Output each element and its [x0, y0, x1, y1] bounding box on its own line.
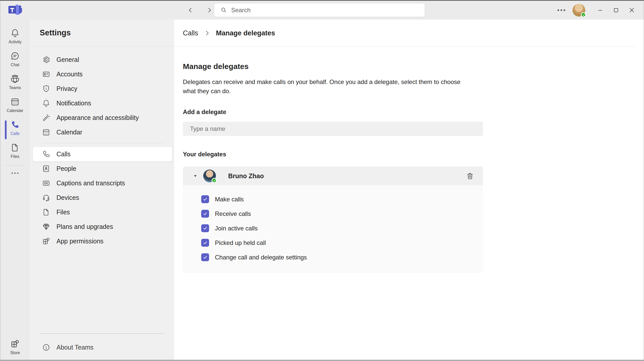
file-icon — [10, 143, 20, 152]
settings-item-devices[interactable]: Devices — [30, 190, 174, 205]
rail-label: Teams — [9, 86, 21, 90]
permission-label: Picked up held call — [215, 239, 266, 246]
gear-icon — [42, 55, 50, 64]
close-icon — [628, 7, 635, 13]
settings-item-calls[interactable]: Calls — [33, 147, 172, 161]
rail-item-activity[interactable]: Activity — [0, 26, 30, 46]
headset-icon — [42, 193, 50, 202]
rail-label: Activity — [9, 40, 22, 44]
rail-more-apps-button[interactable] — [11, 171, 19, 177]
user-avatar[interactable] — [573, 4, 585, 17]
settings-item-label: App permissions — [56, 238, 104, 245]
chevron-right-icon — [204, 30, 210, 36]
search-icon — [220, 7, 227, 13]
delete-delegate-button[interactable] — [466, 172, 474, 180]
settings-item-label: Files — [56, 209, 70, 216]
rail-item-calls[interactable]: Calls — [0, 117, 30, 138]
teams-people-icon — [10, 74, 20, 84]
permission-change-settings[interactable]: Change call and delegate settings — [183, 250, 483, 265]
page-title: Manage delegates — [183, 62, 644, 71]
settings-item-label: Accounts — [56, 71, 83, 78]
rail-item-files[interactable]: Files — [0, 140, 30, 161]
close-button[interactable] — [624, 1, 640, 20]
rail-label: Chat — [11, 63, 19, 67]
bell-icon — [10, 28, 20, 38]
rail-item-calendar[interactable]: Calendar — [0, 94, 30, 115]
settings-item-label: Privacy — [56, 85, 77, 92]
search-input[interactable]: Search — [214, 3, 425, 17]
breadcrumb-calls-link[interactable]: Calls — [183, 29, 198, 37]
permission-picked-up-held-call[interactable]: Picked up held call — [183, 235, 483, 250]
minimize-button[interactable] — [592, 1, 608, 20]
rail-item-store[interactable]: Store — [0, 337, 30, 357]
rail-item-chat[interactable]: Chat — [0, 49, 30, 69]
store-icon — [10, 339, 20, 349]
collapse-expander-button[interactable] — [192, 173, 199, 179]
back-button[interactable] — [185, 5, 196, 15]
settings-item-accounts[interactable]: Accounts — [30, 67, 174, 81]
settings-sidebar: Settings General Accounts Privacy — [30, 20, 174, 360]
permission-receive-calls[interactable]: Receive calls — [183, 206, 483, 221]
teams-logo-icon — [7, 3, 22, 17]
settings-item-people[interactable]: People — [30, 161, 174, 176]
phone-icon — [10, 120, 20, 130]
permission-label: Receive calls — [215, 210, 251, 217]
title-bar: Search — [0, 1, 644, 20]
settings-item-calendar[interactable]: Calendar — [30, 125, 174, 140]
permission-label: Join active calls — [215, 225, 258, 232]
checkbox-checked[interactable] — [201, 239, 209, 247]
check-icon — [203, 226, 208, 231]
settings-item-label: Plans and upgrades — [56, 223, 113, 230]
settings-item-appearance[interactable]: Appearance and accessibility — [30, 110, 174, 125]
checkbox-checked[interactable] — [201, 224, 209, 232]
settings-header: Settings — [30, 20, 174, 46]
delegate-avatar — [203, 170, 216, 182]
settings-item-label: Devices — [56, 194, 79, 201]
check-icon — [203, 240, 208, 245]
settings-item-label: People — [56, 165, 76, 172]
diamond-icon — [42, 223, 50, 231]
delegate-card: Bruno Zhao Make calls — [183, 166, 483, 273]
checkbox-checked[interactable] — [201, 210, 209, 218]
about-teams-button[interactable]: About Teams — [30, 338, 174, 356]
rail-label: Calls — [10, 131, 20, 136]
back-arrow-icon — [187, 7, 194, 13]
checkbox-checked[interactable] — [201, 195, 209, 203]
delegate-row-header[interactable]: Bruno Zhao — [183, 166, 483, 185]
settings-item-captions[interactable]: Captions and transcripts — [30, 176, 174, 190]
your-delegates-label: Your delegates — [183, 151, 644, 158]
minimize-icon — [597, 7, 604, 13]
contact-book-icon — [42, 164, 50, 173]
check-icon — [203, 211, 208, 216]
settings-title: Settings — [40, 28, 71, 37]
rail-item-teams[interactable]: Teams — [0, 72, 30, 92]
forward-button[interactable] — [204, 5, 214, 15]
file-icon — [42, 208, 50, 216]
page-description: Delegates can receive and make calls on … — [183, 77, 474, 96]
add-delegate-label: Add a delegate — [183, 108, 644, 116]
about-teams-label: About Teams — [56, 344, 93, 351]
permission-make-calls[interactable]: Make calls — [183, 192, 483, 206]
settings-nav: General Accounts Privacy Notifications A — [30, 46, 174, 248]
checkbox-checked[interactable] — [201, 253, 209, 261]
shield-icon — [42, 85, 50, 93]
phone-outline-icon — [42, 150, 50, 158]
info-icon — [42, 343, 50, 352]
rail-label: Files — [11, 154, 19, 159]
rail-label: Store — [10, 351, 20, 355]
settings-item-files[interactable]: Files — [30, 205, 174, 219]
teams-window: Search — [0, 0, 644, 361]
settings-item-privacy[interactable]: Privacy — [30, 81, 174, 96]
more-options-button[interactable] — [553, 1, 569, 20]
settings-item-app-permissions[interactable]: App permissions — [30, 234, 174, 248]
settings-item-label: Notifications — [56, 100, 91, 107]
calendar-icon — [42, 128, 50, 136]
maximize-button[interactable] — [608, 1, 624, 20]
permission-join-active-calls[interactable]: Join active calls — [183, 221, 483, 235]
settings-item-notifications[interactable]: Notifications — [30, 96, 174, 110]
delegate-search-input[interactable] — [183, 122, 483, 136]
settings-item-general[interactable]: General — [30, 52, 174, 67]
breadcrumb-current: Manage delegates — [216, 29, 275, 37]
settings-item-label: Calls — [56, 150, 71, 158]
settings-item-plans[interactable]: Plans and upgrades — [30, 219, 174, 234]
